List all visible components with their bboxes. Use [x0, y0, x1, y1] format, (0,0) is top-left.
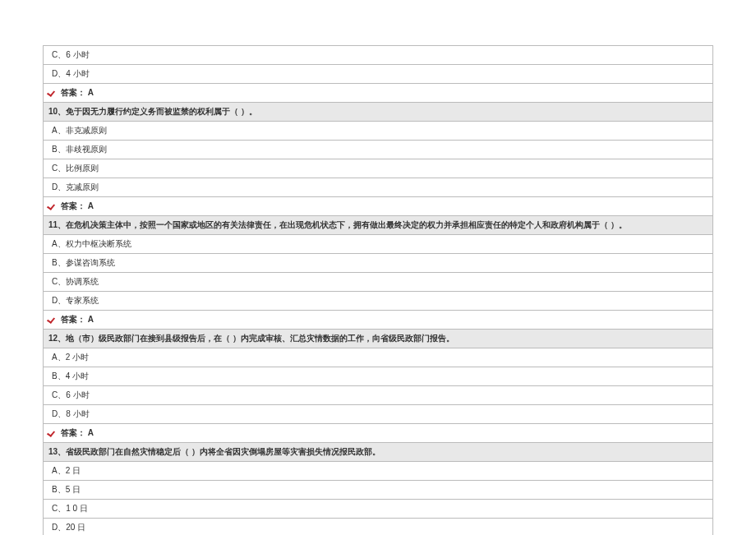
answer-row: 答案： A: [44, 311, 712, 330]
option-text: C、6 小时: [52, 50, 90, 59]
option-row: C、1 0 日: [44, 500, 712, 519]
check-icon: [48, 427, 58, 436]
answer-row: 答案： A: [44, 424, 712, 443]
option-row: B、5 日: [44, 481, 712, 500]
option-text: B、5 日: [52, 485, 81, 494]
option-row: B、4 小时: [44, 367, 712, 386]
option-text: C、6 小时: [52, 390, 90, 399]
option-text: C、1 0 日: [52, 504, 88, 513]
answer-text: 答案： A: [61, 315, 94, 324]
option-row: C、比例原则: [44, 159, 712, 178]
option-text: C、协调系统: [52, 277, 99, 286]
question-text: 11、在危机决策主体中，按照一个国家或地区的有关法律责任，在出现危机状态下，拥有…: [48, 220, 627, 229]
option-text: A、权力中枢决断系统: [52, 239, 131, 248]
answer-text: 答案： A: [61, 201, 94, 210]
option-row: D、克减原则: [44, 178, 712, 197]
option-row: D、8 小时: [44, 405, 712, 424]
option-row: D、专家系统: [44, 292, 712, 311]
answer-text: 答案： A: [61, 88, 94, 97]
question-text: 13、省级民政部门在自然灾情稳定后（ ）内将全省因灾倒塌房屋等灾害损失情况报民政…: [48, 447, 380, 456]
option-row: B、参谋咨询系统: [44, 254, 712, 273]
option-row: D、20 日: [44, 519, 712, 535]
option-text: B、非歧视原则: [52, 145, 107, 154]
option-row: C、协调系统: [44, 273, 712, 292]
option-row: A、权力中枢决断系统: [44, 235, 712, 254]
check-icon: [48, 314, 58, 322]
check-icon: [48, 201, 58, 209]
option-row: B、非歧视原则: [44, 141, 712, 159]
question-row: 11、在危机决策主体中，按照一个国家或地区的有关法律责任，在出现危机状态下，拥有…: [44, 216, 712, 235]
answer-text: 答案： A: [61, 428, 94, 437]
option-text: D、专家系统: [52, 296, 99, 305]
answer-row: 答案： A: [44, 84, 712, 103]
option-row: D、4 小时: [44, 65, 712, 84]
option-text: A、2 小时: [52, 353, 89, 362]
option-row: A、2 日: [44, 462, 712, 481]
option-text: A、非克减原则: [52, 126, 107, 135]
answer-row: 答案： A: [44, 197, 712, 216]
option-text: D、8 小时: [52, 409, 90, 418]
check-icon: [48, 87, 58, 95]
option-text: D、4 小时: [52, 69, 90, 78]
option-row: A、2 小时: [44, 348, 712, 367]
question-row: 12、地（市）级民政部门在接到县级报告后，在（ ）内完成审核、汇总灾情数据的工作…: [44, 330, 712, 348]
option-row: C、6 小时: [44, 386, 712, 405]
option-row: C、6 小时: [44, 46, 712, 65]
option-row: A、非克减原则: [44, 122, 712, 141]
option-text: B、参谋咨询系统: [52, 258, 115, 267]
option-text: D、克减原则: [52, 182, 99, 191]
question-text: 12、地（市）级民政部门在接到县级报告后，在（ ）内完成审核、汇总灾情数据的工作…: [48, 334, 454, 343]
option-text: B、4 小时: [52, 371, 89, 380]
option-text: D、20 日: [52, 523, 85, 532]
question-row: 10、免于因无力履行约定义务而被监禁的权利属于（ ）。: [44, 103, 712, 122]
question-text: 10、免于因无力履行约定义务而被监禁的权利属于（ ）。: [48, 107, 257, 116]
option-text: C、比例原则: [52, 164, 99, 173]
question-table: C、6 小时D、4 小时答案： A10、免于因无力履行约定义务而被监禁的权利属于…: [43, 45, 713, 535]
question-row: 13、省级民政部门在自然灾情稳定后（ ）内将全省因灾倒塌房屋等灾害损失情况报民政…: [44, 443, 712, 462]
option-text: A、2 日: [52, 466, 81, 475]
